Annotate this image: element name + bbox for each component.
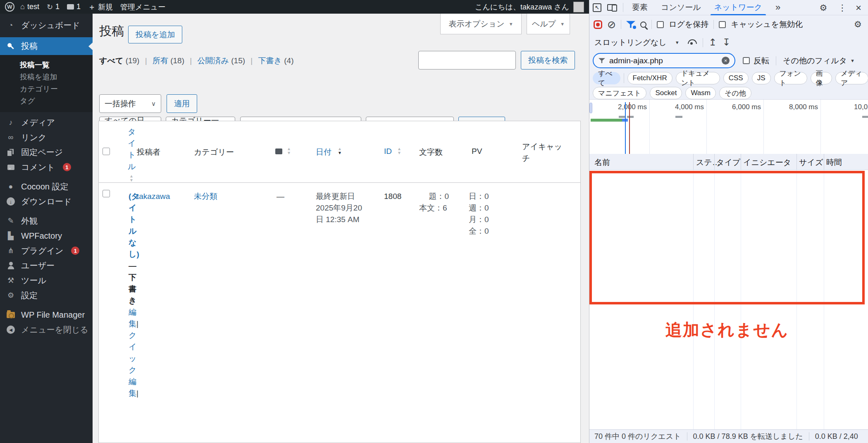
disable-cache-checkbox[interactable] [719,21,726,28]
apply-button[interactable]: 適用 [167,94,197,113]
invert-checkbox[interactable] [743,57,750,64]
sidebar-item-media[interactable]: ♪ メディア [0,115,93,130]
more-tabs-icon[interactable]: » [770,0,786,15]
sidebar-item-downloads[interactable]: ↓ ダウンロード [0,194,93,209]
column-separator[interactable] [714,154,715,170]
sidebar-item-posts[interactable]: 投稿 [0,37,93,55]
chip-media[interactable]: メディア [835,72,868,84]
column-separator[interactable] [824,154,824,170]
timeline-label: 10,0 [854,103,868,111]
record-network-log-icon[interactable] [594,20,602,29]
bulk-action-select[interactable]: 一括操作 ∨ [99,94,161,113]
column-type[interactable]: タイプ [716,157,740,168]
preserve-log-checkbox[interactable] [657,21,664,28]
search-posts-input[interactable] [418,51,516,69]
row-author-link[interactable]: takazawa [137,191,170,202]
chip-fetch-xhr[interactable]: Fetch/XHR [627,72,672,84]
submenu-item-add-post[interactable]: 投稿を追加 [0,71,93,83]
column-initiator[interactable]: イニシエータ [743,157,791,168]
updates-link[interactable]: ↻ 1 [47,2,60,12]
column-size[interactable]: サイズ [799,157,823,168]
sidebar-collapse-menu[interactable]: ◀ メニューを閉じる [0,322,93,337]
search-icon[interactable] [640,22,646,28]
chip-img[interactable]: 画像 [811,72,832,84]
network-filter-input[interactable]: admin-ajax.php × [593,53,735,68]
chip-css[interactable]: CSS [723,72,749,84]
chip-wasm[interactable]: Wasm [685,87,716,99]
avatar[interactable] [573,2,584,12]
overview-request-dash [862,116,868,118]
close-icon[interactable]: × [853,0,864,15]
chip-js[interactable]: JS [752,72,771,84]
view-mine[interactable]: 所有 [153,56,168,65]
new-content-link[interactable]: ＋ 新規 [88,2,113,12]
column-name[interactable]: 名前 [594,157,610,168]
sidebar-item-wpfactory[interactable]: ▙ WPFactory [0,228,93,243]
kebab-menu-icon[interactable]: ⋮ [837,0,848,15]
row-checkbox[interactable] [103,190,110,197]
filter-icon[interactable] [626,21,635,28]
admin-menu-link[interactable]: 管理メニュー [120,2,165,12]
sidebar-item-tools[interactable]: ⚒ ツール [0,273,93,288]
view-all[interactable]: すべて [99,56,123,65]
sidebar-item-cocoon[interactable]: ● Cocoon 設定 [0,179,93,194]
sidebar-item-users[interactable]: ユーザー [0,258,93,273]
network-conditions-icon[interactable] [687,39,697,45]
chip-font[interactable]: フォント [774,72,807,84]
edit-link[interactable]: 編集 [129,308,136,328]
column-header-id[interactable]: ID [384,147,392,156]
add-post-button[interactable]: 投稿を追加 [128,26,182,43]
tab-network[interactable]: ネットワーク [709,0,768,15]
sidebar-item-comments[interactable]: コメント 1 [0,160,93,175]
export-har-icon[interactable]: ↧ [723,37,730,48]
column-header-title[interactable]: タイトル [128,126,138,172]
help-tab[interactable]: ヘルプ ▼ [527,14,570,34]
more-filters-dropdown[interactable]: その他のフィルタ [783,55,847,66]
user-greeting[interactable]: こんにちは、takazawa さん [475,2,569,12]
chip-socket[interactable]: Socket [650,87,682,99]
sidebar-item-appearance[interactable]: ✎ 外観 [0,213,93,228]
sidebar-item-pages[interactable]: 固定ページ [0,145,93,160]
sidebar-item-plugins[interactable]: ⋔ プラグイン 1 [0,243,93,258]
device-toolbar-icon[interactable] [607,4,616,11]
sidebar-item-dashboard[interactable]: ◔ ダッシュボード [0,18,93,33]
status-requests: 70 件中 0 件のリクエスト [594,431,681,441]
clear-filter-icon[interactable]: × [722,57,730,65]
network-settings-gear-icon[interactable]: ⚙ [854,19,862,29]
throttling-select[interactable]: スロットリングなし [594,37,667,48]
screen-options-tab[interactable]: 表示オプション ▼ [440,14,522,34]
network-overview[interactable]: 2,000 ms 4,000 ms 6,000 ms 8,000 ms 10,0 [589,100,868,154]
sidebar-item-file-manager[interactable]: WP File Manager [0,307,93,322]
column-time[interactable]: 時間 [826,157,842,168]
gear-icon[interactable]: ⚙ [818,0,829,15]
column-separator[interactable] [693,154,694,170]
column-header-date[interactable]: 日付 [316,147,331,158]
view-published[interactable]: 公開済み [198,56,229,65]
wordpress-logo-menu[interactable]: W [5,2,14,12]
clear-network-log-icon[interactable]: ⊘ [607,19,616,31]
select-all-checkbox[interactable] [103,148,110,155]
column-separator[interactable] [796,154,797,170]
inspect-element-icon[interactable]: ↖ [593,3,601,12]
search-posts-button[interactable]: 投稿を検索 [521,51,575,69]
import-har-icon[interactable]: ↥ [709,37,717,48]
row-category-link[interactable]: 未分類 [194,191,217,202]
comments-link[interactable]: 1 [67,2,81,11]
column-separator[interactable] [741,154,741,170]
sidebar-item-links[interactable]: ∞ リンク [0,130,93,145]
chip-doc[interactable]: ドキュメント [676,72,720,84]
view-draft[interactable]: 下書き [258,56,282,65]
site-name-link[interactable]: ⌂ test [20,2,39,11]
chip-other[interactable]: その他 [719,87,751,99]
submenu-item-categories[interactable]: カテゴリー [0,83,93,95]
submenu-item-tags[interactable]: タグ [0,95,93,107]
sidebar-item-settings[interactable]: ⚙ 設定 [0,288,93,303]
tab-console[interactable]: コンソール [656,0,706,15]
quick-edit-link[interactable]: クイック編集 [129,331,136,398]
submenu-item-all-posts[interactable]: 投稿一覧 [0,59,93,71]
chip-manifest[interactable]: マニフェスト [593,87,646,99]
new-label: 新規 [98,2,113,12]
chip-all[interactable]: すべて [593,72,620,84]
tab-elements[interactable]: 要素 [627,0,653,15]
column-header-comments-icon[interactable] [275,148,282,154]
